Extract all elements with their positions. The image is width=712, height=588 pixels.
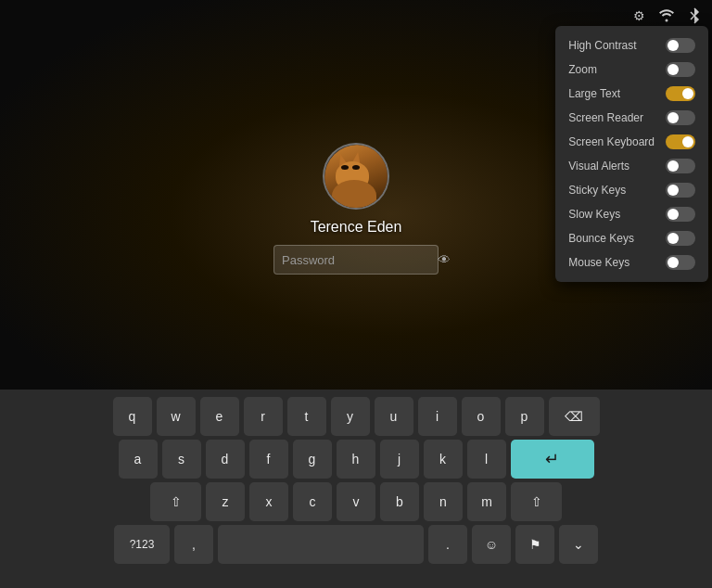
key-m[interactable]: m [467,482,506,521]
a11y-row-sticky-keys: Sticky Keys [555,178,708,202]
a11y-row-mouse-keys: Mouse Keys [555,250,708,275]
avatar-image [324,145,388,208]
a11y-row-visual-alerts: Visual Alerts [555,154,708,178]
key-shift-right[interactable]: ⇧ [511,482,562,521]
keyboard-row-1: q w e r t y u i o p ⌫ [113,397,600,436]
key-x[interactable]: x [249,482,288,521]
key-c[interactable]: c [293,482,332,521]
screen-keyboard-toggle[interactable] [666,134,695,149]
key-z[interactable]: z [206,482,245,521]
bounce-keys-toggle[interactable] [666,231,695,246]
keyboard-row-4: ?123 , . ☺ ⚑ ⌄ [114,525,598,564]
key-emoji[interactable]: ☺ [472,525,511,564]
key-v[interactable]: v [337,482,375,521]
a11y-row-screen-keyboard: Screen Keyboard [555,130,708,154]
key-e[interactable]: e [200,397,239,436]
key-y[interactable]: y [331,397,370,436]
high-contrast-label: High Contrast [568,39,636,52]
key-period[interactable]: . [428,525,467,564]
high-contrast-toggle[interactable] [666,38,695,53]
key-k[interactable]: k [424,440,463,479]
key-enter[interactable]: ↵ [511,440,594,479]
keyboard-row-2: a s d f g h j k l ↵ [119,440,594,479]
a11y-row-bounce-keys: Bounce Keys [555,226,708,250]
large-text-toggle[interactable] [666,86,695,101]
svg-line-1 [691,16,694,19]
screen-reader-label: Screen Reader [568,111,643,124]
zoom-toggle[interactable] [666,62,695,77]
bounce-keys-label: Bounce Keys [568,232,634,245]
accessibility-panel: High Contrast Zoom Large Text Screen Rea… [555,26,708,282]
a11y-row-high-contrast: High Contrast [555,33,708,58]
slow-keys-toggle[interactable] [666,207,695,222]
key-a[interactable]: a [119,440,158,479]
visual-alerts-toggle[interactable] [666,159,695,173]
key-o[interactable]: o [462,397,501,436]
login-background: ⚙ High Contrast [0,0,712,390]
screen-reader-toggle[interactable] [666,110,695,125]
visual-alerts-label: Visual Alerts [568,160,629,173]
key-q[interactable]: q [113,397,152,436]
key-u[interactable]: u [375,397,413,436]
username: Terence Eden [311,219,402,236]
key-b[interactable]: b [380,482,419,521]
key-j[interactable]: j [380,440,419,479]
key-w[interactable]: w [157,397,196,436]
a11y-row-large-text: Large Text [555,82,708,106]
top-bar: ⚙ [629,6,705,26]
key-d[interactable]: d [206,440,245,479]
key-p[interactable]: p [505,397,544,436]
password-input[interactable] [282,253,438,267]
a11y-row-zoom: Zoom [555,58,708,82]
sticky-keys-label: Sticky Keys [568,184,626,197]
key-r[interactable]: r [244,397,283,436]
key-chevron[interactable]: ⌄ [559,525,598,564]
large-text-label: Large Text [568,87,620,100]
key-nums[interactable]: ?123 [114,525,170,564]
mouse-keys-toggle[interactable] [666,255,695,270]
bluetooth-icon[interactable] [684,6,705,26]
a11y-row-screen-reader: Screen Reader [555,106,708,130]
key-shift-left[interactable]: ⇧ [150,482,201,521]
key-h[interactable]: h [337,440,375,479]
avatar [323,143,389,210]
settings-icon[interactable]: ⚙ [629,6,649,26]
key-space[interactable] [218,525,424,564]
mouse-keys-label: Mouse Keys [568,256,629,269]
key-i[interactable]: i [418,397,457,436]
key-s[interactable]: s [162,440,201,479]
zoom-label: Zoom [568,63,597,76]
key-backspace[interactable]: ⌫ [549,397,600,436]
svg-line-0 [691,12,694,16]
keyboard: q w e r t y u i o p ⌫ a s d f g h j k l … [0,390,712,588]
key-f[interactable]: f [249,440,288,479]
screen-keyboard-label: Screen Keyboard [568,135,655,148]
slow-keys-label: Slow Keys [568,208,620,221]
keyboard-row-3: ⇧ z x c v b n m ⇧ [150,482,562,521]
key-t[interactable]: t [287,397,326,436]
key-flag[interactable]: ⚑ [515,525,554,564]
a11y-row-slow-keys: Slow Keys [555,202,708,226]
wifi-icon[interactable] [656,6,677,26]
key-comma[interactable]: , [174,525,213,564]
show-password-icon[interactable]: 👁 [438,252,451,267]
key-l[interactable]: l [467,440,506,479]
user-section: Terence Eden 👁 [273,143,439,275]
password-field[interactable]: 👁 [273,245,439,275]
sticky-keys-toggle[interactable] [666,183,695,198]
key-g[interactable]: g [293,440,332,479]
key-n[interactable]: n [424,482,463,521]
